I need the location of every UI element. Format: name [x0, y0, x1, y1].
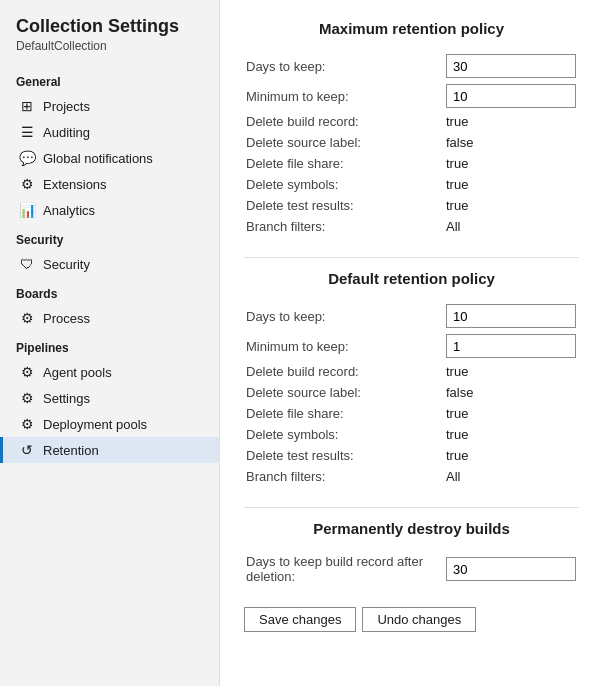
field-value[interactable] [444, 551, 579, 587]
field-label: Delete test results: [244, 445, 444, 466]
default-retention-heading: Default retention policy [244, 270, 579, 287]
table-row: Delete build record: true [244, 111, 579, 132]
agent-pools-icon: ⚙ [19, 364, 35, 380]
field-label: Delete source label: [244, 382, 444, 403]
sidebar-item-settings[interactable]: ⚙ Settings [0, 385, 219, 411]
sidebar-item-label: Projects [43, 99, 90, 114]
main-content: Maximum retention policy Days to keep: M… [220, 0, 603, 686]
field-label: Delete build record: [244, 111, 444, 132]
field-label: Branch filters: [244, 216, 444, 237]
sidebar-item-label: Extensions [43, 177, 107, 192]
table-row: Delete test results: true [244, 195, 579, 216]
table-row: Delete source label: false [244, 132, 579, 153]
field-value: true [444, 111, 579, 132]
field-value: true [444, 153, 579, 174]
table-row: Delete test results: true [244, 445, 579, 466]
sidebar-item-security[interactable]: 🛡 Security [0, 251, 219, 277]
field-value: All [444, 466, 579, 487]
max-retention-heading: Maximum retention policy [244, 20, 579, 37]
default-min-to-keep-input[interactable] [446, 334, 576, 358]
table-row: Days to keep build record after deletion… [244, 551, 579, 587]
sidebar-item-label: Analytics [43, 203, 95, 218]
collection-name: DefaultCollection [0, 39, 219, 65]
table-row: Delete file share: true [244, 153, 579, 174]
sidebar: Collection Settings DefaultCollection Ge… [0, 0, 220, 686]
sidebar-item-label: Process [43, 311, 90, 326]
field-label: Delete symbols: [244, 424, 444, 445]
field-label: Delete test results: [244, 195, 444, 216]
field-value: true [444, 361, 579, 382]
field-label: Minimum to keep: [244, 331, 444, 361]
process-icon: ⚙ [19, 310, 35, 326]
table-row: Delete build record: true [244, 361, 579, 382]
max-days-to-keep-input[interactable] [446, 54, 576, 78]
field-label: Branch filters: [244, 466, 444, 487]
sidebar-item-global-notifications[interactable]: 💬 Global notifications [0, 145, 219, 171]
field-value[interactable] [444, 331, 579, 361]
analytics-icon: 📊 [19, 202, 35, 218]
field-label: Minimum to keep: [244, 81, 444, 111]
table-row: Days to keep: [244, 301, 579, 331]
sidebar-item-projects[interactable]: ⊞ Projects [0, 93, 219, 119]
field-value[interactable] [444, 51, 579, 81]
notifications-icon: 💬 [19, 150, 35, 166]
sidebar-item-label: Security [43, 257, 90, 272]
divider-2 [244, 507, 579, 508]
field-label: Delete source label: [244, 132, 444, 153]
sidebar-item-retention[interactable]: ↺ Retention [0, 437, 219, 463]
settings-icon: ⚙ [19, 390, 35, 406]
max-min-to-keep-input[interactable] [446, 84, 576, 108]
sidebar-item-agent-pools[interactable]: ⚙ Agent pools [0, 359, 219, 385]
table-row: Minimum to keep: [244, 331, 579, 361]
section-security: Security [0, 223, 219, 251]
field-label: Delete build record: [244, 361, 444, 382]
default-days-to-keep-input[interactable] [446, 304, 576, 328]
sidebar-item-label: Retention [43, 443, 99, 458]
field-label: Days to keep: [244, 301, 444, 331]
table-row: Delete symbols: true [244, 424, 579, 445]
field-value[interactable] [444, 81, 579, 111]
default-retention-table: Days to keep: Minimum to keep: Delete bu… [244, 301, 579, 487]
destroy-builds-table: Days to keep build record after deletion… [244, 551, 579, 587]
field-value: true [444, 174, 579, 195]
section-general: General [0, 65, 219, 93]
field-label: Days to keep build record after deletion… [244, 551, 444, 587]
sidebar-item-deployment-pools[interactable]: ⚙ Deployment pools [0, 411, 219, 437]
field-value: false [444, 132, 579, 153]
field-value: true [444, 195, 579, 216]
table-row: Delete symbols: true [244, 174, 579, 195]
page-title: Collection Settings [0, 12, 219, 39]
sidebar-item-auditing[interactable]: ☰ Auditing [0, 119, 219, 145]
sidebar-item-label: Agent pools [43, 365, 112, 380]
sidebar-item-analytics[interactable]: 📊 Analytics [0, 197, 219, 223]
field-label: Days to keep: [244, 51, 444, 81]
max-retention-table: Days to keep: Minimum to keep: Delete bu… [244, 51, 579, 237]
table-row: Minimum to keep: [244, 81, 579, 111]
field-value: All [444, 216, 579, 237]
field-label: Delete symbols: [244, 174, 444, 195]
security-icon: 🛡 [19, 256, 35, 272]
field-label: Delete file share: [244, 153, 444, 174]
sidebar-item-label: Auditing [43, 125, 90, 140]
sidebar-item-label: Global notifications [43, 151, 153, 166]
field-label: Delete file share: [244, 403, 444, 424]
retention-icon: ↺ [19, 442, 35, 458]
section-boards: Boards [0, 277, 219, 305]
destroy-days-input[interactable] [446, 557, 576, 581]
undo-button[interactable]: Undo changes [362, 607, 476, 632]
sidebar-item-label: Deployment pools [43, 417, 147, 432]
save-button[interactable]: Save changes [244, 607, 356, 632]
field-value: true [444, 445, 579, 466]
sidebar-item-process[interactable]: ⚙ Process [0, 305, 219, 331]
table-row: Branch filters: All [244, 466, 579, 487]
field-value[interactable] [444, 301, 579, 331]
projects-icon: ⊞ [19, 98, 35, 114]
destroy-builds-heading: Permanently destroy builds [244, 520, 579, 537]
table-row: Branch filters: All [244, 216, 579, 237]
sidebar-item-label: Settings [43, 391, 90, 406]
deployment-pools-icon: ⚙ [19, 416, 35, 432]
field-value: true [444, 424, 579, 445]
sidebar-item-extensions[interactable]: ⚙ Extensions [0, 171, 219, 197]
field-value: false [444, 382, 579, 403]
section-pipelines: Pipelines [0, 331, 219, 359]
